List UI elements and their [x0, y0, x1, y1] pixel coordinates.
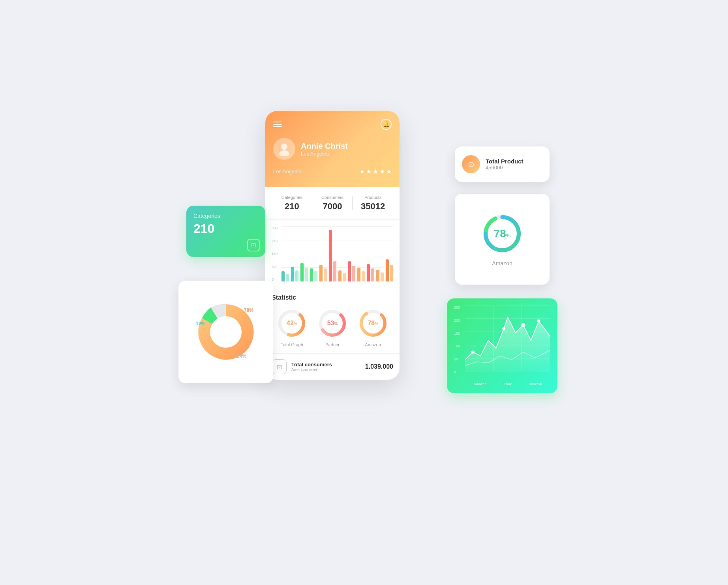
- donut-53-label: Partner: [325, 342, 340, 347]
- bar-group: [319, 265, 327, 281]
- product-info: Total Product 456000: [486, 158, 523, 171]
- donut-42-label: Total Graph: [281, 342, 303, 347]
- line-chart-svg: [465, 306, 550, 371]
- categories-label: Categories: [193, 213, 258, 219]
- donut-amazon: 78% Amazon: [357, 308, 389, 347]
- pie-pct-24: 24%: [237, 353, 246, 359]
- bar: [386, 259, 389, 281]
- bar: [300, 263, 304, 281]
- consumers-info: Total consumers American area: [291, 362, 332, 372]
- stat-consumers: Consumers 7000: [312, 195, 353, 212]
- bar: [381, 272, 384, 281]
- hamburger-icon[interactable]: [273, 122, 282, 127]
- product-icon: ⊙: [462, 155, 480, 173]
- bar: [367, 264, 370, 281]
- mobile-card: 🔔 Annie Christ Los Angeles Los Angeles ★…: [265, 111, 400, 380]
- pie-pct-78: 78%: [244, 308, 253, 313]
- svg-point-9: [210, 316, 242, 348]
- bar-chart-section: 300 240 160 80 0: [265, 220, 400, 288]
- pie-card: 78% 12% 24%: [178, 281, 273, 383]
- donut-row: 42% Total Graph: [272, 308, 393, 347]
- svg-point-22: [471, 351, 475, 354]
- profile-location: Los Angeles: [301, 151, 348, 157]
- pie-pct-12: 12%: [196, 321, 205, 326]
- bar: [305, 268, 308, 281]
- bar-group: [376, 270, 384, 281]
- donut-53-text: 53%: [327, 320, 338, 327]
- chart-y-labels: 300 240 160 80 0: [272, 226, 278, 281]
- bar: [286, 274, 289, 281]
- consumers-value: 1.039.000: [365, 363, 393, 370]
- bell-icon[interactable]: 🔔: [381, 119, 392, 130]
- line-x-labels: Amazon Ebay Amazon: [465, 382, 550, 386]
- bar: [281, 271, 285, 281]
- bar: [333, 261, 336, 281]
- consumers-icon: ⊡: [272, 359, 287, 374]
- bar: [314, 271, 317, 281]
- donut-53: 53%: [317, 308, 348, 339]
- dashboard-scene: 🔔 Annie Christ Los Angeles Los Angeles ★…: [186, 111, 542, 474]
- bar-group: [329, 230, 336, 281]
- profile-info: Annie Christ Los Angeles: [301, 141, 348, 157]
- profile-name: Annie Christ: [301, 141, 348, 151]
- consumers-subtitle: American area: [291, 368, 332, 372]
- bar-group: [357, 268, 365, 281]
- stats-row: Categories 210 Consumers 7000 Products 3…: [265, 187, 400, 220]
- line-chart: 250 200 150 100 50 0: [454, 306, 550, 386]
- line-card: 250 200 150 100 50 0: [447, 298, 557, 393]
- bar: [329, 230, 332, 281]
- bar: [371, 268, 374, 281]
- categories-value: 210: [193, 221, 258, 236]
- donut-42: 42%: [276, 308, 308, 339]
- bar-group: [386, 259, 393, 281]
- categories-card: Categories 210 ⊡: [186, 206, 265, 257]
- bar: [352, 266, 355, 281]
- bar-chart: [281, 226, 393, 281]
- stat-categories: Categories 210: [272, 195, 312, 212]
- bar-group: [291, 267, 298, 281]
- amazon-donut: 78%: [480, 212, 524, 255]
- bar: [310, 268, 313, 281]
- bar-group: [338, 270, 346, 281]
- product-title: Total Product: [486, 158, 523, 165]
- pie-chart: 78% 12% 24%: [194, 300, 257, 364]
- donut-42-text: 42%: [287, 320, 297, 327]
- bar: [291, 267, 294, 281]
- stat-products: Products 35012: [353, 195, 393, 212]
- svg-point-23: [502, 327, 505, 330]
- rating-stars: ★ ★ ★ ★ ★: [359, 168, 392, 175]
- inbox-icon: ⊡: [247, 239, 260, 251]
- bar: [348, 261, 351, 281]
- consumers-row: ⊡ Total consumers American area 1.039.00…: [265, 353, 400, 380]
- bar-group: [310, 268, 317, 281]
- amazon-donut-text: 78%: [494, 227, 511, 240]
- svg-point-0: [281, 144, 287, 150]
- donut-total-graph: 42% Total Graph: [276, 308, 308, 347]
- statistic-title: Statistic: [272, 294, 393, 301]
- statistic-section: Statistic: [265, 288, 400, 353]
- profile-section: Annie Christ Los Angeles: [273, 138, 392, 160]
- bar: [357, 268, 360, 281]
- bar: [390, 265, 393, 281]
- header-location: Los Angeles: [273, 169, 301, 174]
- svg-marker-21: [465, 317, 550, 371]
- svg-point-24: [521, 323, 525, 327]
- bar: [324, 268, 327, 281]
- donut-78-label: Amazon: [365, 342, 381, 347]
- bar: [362, 271, 365, 281]
- consumers-title: Total consumers: [291, 362, 332, 368]
- amazon-card: 78% Amazon: [455, 194, 550, 285]
- bar: [319, 265, 323, 281]
- bar: [343, 273, 346, 281]
- product-value: 456000: [486, 165, 523, 171]
- bar-group: [300, 263, 308, 281]
- bar-group: [348, 261, 355, 281]
- avatar: [273, 138, 295, 160]
- svg-point-1: [279, 150, 289, 156]
- line-y-labels: 250 200 150 100 50 0: [454, 306, 460, 374]
- donut-78: 78%: [357, 308, 389, 339]
- svg-point-25: [537, 319, 540, 322]
- bar-group: [367, 264, 374, 281]
- bar: [376, 270, 379, 281]
- amazon-label: Amazon: [492, 260, 512, 266]
